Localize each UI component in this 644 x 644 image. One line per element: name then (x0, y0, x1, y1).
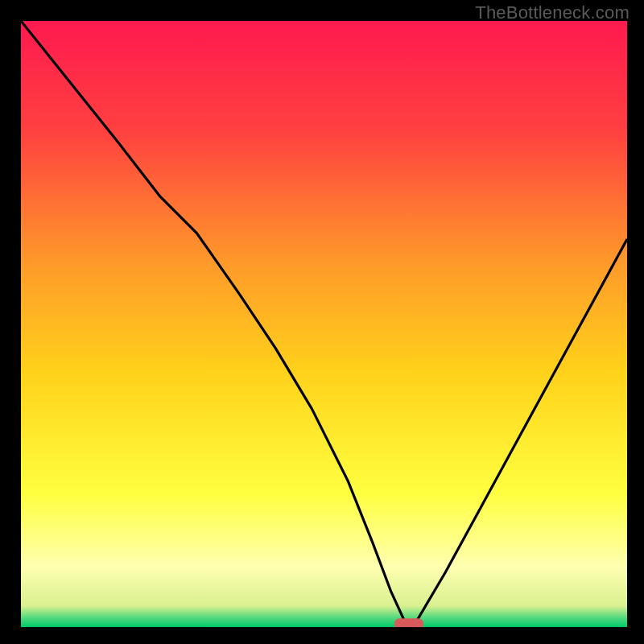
plot-area (21, 21, 627, 627)
optimum-marker (394, 618, 423, 627)
marker-layer (21, 21, 627, 627)
chart-stage: TheBottleneck.com (0, 0, 644, 644)
